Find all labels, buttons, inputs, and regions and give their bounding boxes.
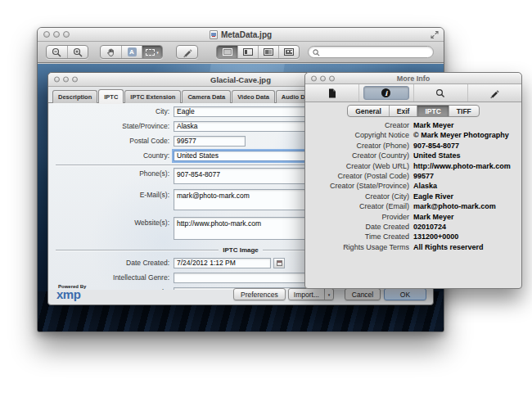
xmp-logo: Powered By xmp bbox=[56, 284, 86, 300]
metadata-label: Creator (Country) bbox=[312, 151, 413, 160]
zoom-in-icon bbox=[73, 47, 83, 57]
preferences-button[interactable]: Preferences bbox=[233, 288, 286, 300]
tab-iptc-extension[interactable]: IPTC Extension bbox=[124, 90, 181, 103]
metadata-label: Time Created bbox=[312, 232, 413, 241]
metadata-row: Creator (Phone)907-854-8077 bbox=[312, 141, 515, 151]
segment-exif[interactable]: Exif bbox=[389, 106, 417, 116]
fullscreen-icon[interactable] bbox=[430, 30, 439, 39]
segment-iptc[interactable]: IPTC bbox=[417, 106, 448, 116]
tab-description[interactable]: Description bbox=[52, 90, 97, 103]
metadata-value: 131200+0000 bbox=[413, 232, 458, 241]
zoom-window-button[interactable] bbox=[72, 77, 78, 83]
search-input[interactable] bbox=[320, 47, 429, 57]
tab-label: Description bbox=[58, 93, 92, 101]
import-button[interactable]: Import... ▾ bbox=[288, 288, 334, 300]
toolbar-group: A▾ bbox=[100, 45, 163, 59]
metadata-value: © Mark Meyer Photography bbox=[413, 130, 509, 140]
panel-toolbar: i bbox=[305, 84, 521, 102]
metadata-row: Creator (City)Eagle River bbox=[312, 192, 515, 201]
zoom-window-button[interactable] bbox=[329, 75, 335, 81]
close-button[interactable] bbox=[43, 31, 50, 38]
hand-icon bbox=[106, 47, 116, 57]
metadata-row: ProviderMark Meyer bbox=[312, 212, 515, 222]
metadata-row: Creator (Postal Code)99577 bbox=[312, 171, 515, 181]
metadata-row: CreatorMark Meyer bbox=[312, 120, 515, 130]
tab-iptc[interactable]: IPTC bbox=[98, 89, 124, 103]
view-two-pages-button[interactable] bbox=[258, 46, 278, 58]
segment-label: TIFF bbox=[457, 107, 471, 115]
info-tab[interactable]: i bbox=[358, 84, 413, 102]
rect-selection-button[interactable]: ▾ bbox=[142, 46, 162, 58]
close-button[interactable] bbox=[54, 77, 60, 83]
annotate-icon bbox=[183, 47, 192, 57]
more-info-panel: More Info i GeneralExifIPTCTIFF CreatorM… bbox=[304, 72, 522, 289]
field-input-postal-code[interactable] bbox=[174, 136, 246, 147]
metadata-label: Creator bbox=[312, 120, 413, 130]
metadata-label: Creator (Web URL) bbox=[312, 161, 413, 171]
metadata-segments: GeneralExifIPTCTIFF bbox=[347, 105, 480, 117]
preview-titlebar[interactable]: MetaData.jpg bbox=[38, 28, 444, 42]
panel-titlebar[interactable]: More Info bbox=[305, 73, 521, 84]
metadata-value: 907-854-8077 bbox=[413, 141, 459, 151]
segment-general[interactable]: General bbox=[348, 106, 389, 116]
close-button[interactable] bbox=[311, 75, 317, 81]
minimize-button[interactable] bbox=[53, 31, 60, 38]
metadata-value: 02010724 bbox=[413, 222, 446, 232]
cancel-button[interactable]: Cancel bbox=[345, 288, 381, 300]
hand-button[interactable] bbox=[101, 46, 121, 58]
ok-button[interactable]: OK bbox=[384, 288, 426, 300]
chevron-down-icon[interactable]: ▾ bbox=[324, 289, 333, 300]
rect-selection-icon: ▾ bbox=[146, 49, 159, 56]
tab-label: Video Data bbox=[237, 93, 269, 101]
view-thumbnails-button[interactable] bbox=[237, 46, 258, 58]
zoom-window-button[interactable] bbox=[63, 31, 70, 38]
field-label: Phone(s): bbox=[49, 168, 174, 184]
section-title: IPTC Image bbox=[223, 246, 259, 254]
calendar-button[interactable] bbox=[273, 258, 285, 268]
metadata-label: Creator (State/Province) bbox=[312, 181, 413, 191]
calendar-icon bbox=[277, 260, 282, 266]
field-label: Date Created: bbox=[49, 259, 174, 267]
toolbar-group bbox=[46, 45, 88, 59]
annotate-button[interactable] bbox=[177, 46, 197, 58]
metadata-label: Creator (City) bbox=[312, 192, 413, 201]
metadata-row: Time Created131200+0000 bbox=[312, 232, 515, 241]
text-selection-icon: A bbox=[128, 47, 137, 56]
view-content-only-button[interactable] bbox=[217, 46, 237, 58]
edit-icon bbox=[471, 86, 517, 100]
zoom-in-button[interactable] bbox=[67, 46, 88, 58]
toolbar-group bbox=[216, 45, 300, 59]
search-icon bbox=[417, 86, 463, 100]
minimize-button[interactable] bbox=[63, 77, 69, 83]
search-field[interactable] bbox=[308, 46, 434, 58]
metadata-row: Creator (Country)United States bbox=[312, 151, 515, 160]
field-label: Intellectual Genre: bbox=[49, 273, 174, 282]
view-contact-sheet-icon bbox=[284, 48, 294, 56]
tab-label: IPTC Extension bbox=[130, 93, 175, 101]
minimize-button[interactable] bbox=[320, 75, 326, 81]
zoom-out-icon bbox=[52, 47, 62, 57]
view-thumbnails-icon bbox=[243, 48, 253, 56]
field-label: Country: bbox=[49, 151, 174, 160]
document-tab[interactable] bbox=[305, 84, 358, 102]
textarea-value: http://www.photo-mark.com bbox=[177, 219, 261, 228]
segment-tiff[interactable]: TIFF bbox=[449, 106, 479, 116]
search-icon bbox=[313, 45, 320, 60]
tab-video-data[interactable]: Video Data bbox=[232, 90, 275, 103]
search-tab[interactable] bbox=[413, 84, 467, 102]
xmp-logo-text: xmp bbox=[56, 288, 86, 300]
edit-tab[interactable] bbox=[467, 84, 521, 102]
text-selection-button[interactable]: A bbox=[121, 46, 142, 58]
zoom-out-button[interactable] bbox=[47, 46, 67, 58]
preview-toolbar: A▾ bbox=[38, 42, 444, 63]
metadata-row: Creator (Web URL)http://www.photo-mark.c… bbox=[312, 161, 515, 171]
view-contact-sheet-button[interactable] bbox=[278, 46, 299, 58]
metadata-value: All Rights reserverd bbox=[413, 242, 484, 252]
view-content-only-icon bbox=[223, 48, 232, 56]
tab-camera-data[interactable]: Camera Data bbox=[182, 90, 231, 103]
metadata-label: Creator (Phone) bbox=[312, 141, 413, 151]
field-input-date-created[interactable] bbox=[174, 258, 271, 268]
segment-label: IPTC bbox=[425, 107, 440, 115]
desktop: MetaData.jpg A▾ Glacial-Cave.j bbox=[0, 0, 532, 397]
metadata-value: http://www.photo-mark.com bbox=[413, 161, 511, 171]
